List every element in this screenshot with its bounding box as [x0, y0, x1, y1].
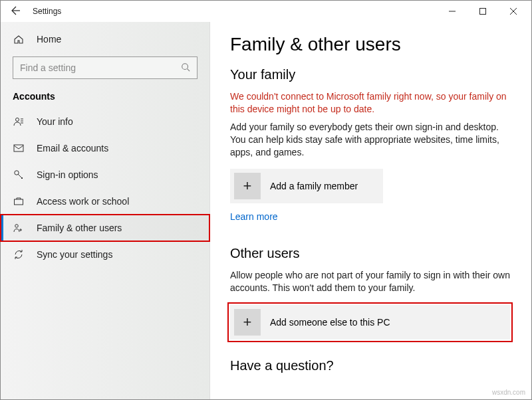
nav-home-label: Home [37, 34, 61, 45]
search-input[interactable]: Find a setting [13, 56, 198, 79]
minimize-button[interactable] [437, 1, 467, 22]
svg-rect-3 [14, 145, 23, 151]
home-icon [13, 34, 25, 45]
svg-point-2 [16, 118, 19, 122]
sidebar-section: Accounts [1, 86, 209, 108]
svg-rect-0 [480, 9, 486, 15]
watermark: wsxdn.com [492, 389, 525, 396]
page-title: Family & other users [230, 34, 510, 55]
sidebar: Home Find a setting Accounts Your info [1, 22, 210, 399]
question-heading: Have a question? [230, 358, 510, 373]
maximize-button[interactable] [467, 1, 498, 22]
sidebar-item-email[interactable]: Email & accounts [1, 135, 209, 161]
family-description: Add your family so everybody gets their … [230, 121, 510, 159]
sidebar-item-label: Sign-in options [37, 169, 98, 180]
close-button[interactable] [498, 1, 529, 22]
search-icon [181, 62, 190, 74]
add-family-member-label: Add a family member [270, 181, 358, 191]
add-family-member-button[interactable]: + Add a family member [230, 169, 383, 203]
learn-more-link[interactable]: Learn more [230, 211, 278, 222]
svg-point-6 [15, 225, 19, 228]
family-heading: Your family [230, 67, 510, 82]
mail-icon [13, 143, 25, 153]
search-wrap: Find a setting [1, 52, 209, 86]
plus-icon: + [234, 173, 261, 199]
back-icon[interactable] [10, 5, 22, 18]
sidebar-item-label: Access work or school [37, 196, 129, 207]
settings-window: Settings Home Find a setting [0, 0, 532, 400]
add-someone-else-label: Add someone else to this PC [270, 317, 390, 328]
people-icon [13, 223, 25, 233]
main-panel: Family & other users Your family We coul… [210, 22, 531, 399]
sidebar-item-sync[interactable]: Sync your settings [1, 241, 209, 268]
sidebar-item-your-info[interactable]: Your info [1, 108, 209, 135]
svg-rect-5 [15, 199, 23, 205]
nav-home[interactable]: Home [1, 26, 209, 52]
sidebar-item-label: Your info [37, 116, 73, 127]
search-placeholder: Find a setting [20, 62, 181, 73]
add-someone-else-button[interactable]: + Add someone else to this PC [230, 305, 510, 340]
sidebar-item-family[interactable]: Family & other users [1, 215, 209, 241]
sync-icon [13, 249, 25, 260]
content-area: Home Find a setting Accounts Your info [1, 22, 531, 399]
sidebar-item-signin[interactable]: Sign-in options [1, 161, 209, 188]
app-title: Settings [33, 7, 61, 16]
sidebar-item-work[interactable]: Access work or school [1, 188, 209, 215]
titlebar: Settings [1, 1, 531, 22]
svg-point-1 [182, 63, 188, 69]
sidebar-item-label: Sync your settings [37, 249, 112, 260]
person-badge-icon [13, 116, 25, 127]
key-icon [13, 169, 25, 180]
family-error: We couldn't connect to Microsoft family … [230, 90, 510, 116]
sidebar-item-label: Email & accounts [37, 143, 108, 153]
briefcase-icon [13, 196, 25, 207]
other-users-heading: Other users [230, 246, 510, 261]
other-users-description: Allow people who are not part of your fa… [230, 269, 510, 294]
plus-icon: + [234, 309, 261, 336]
sidebar-item-label: Family & other users [37, 223, 122, 233]
